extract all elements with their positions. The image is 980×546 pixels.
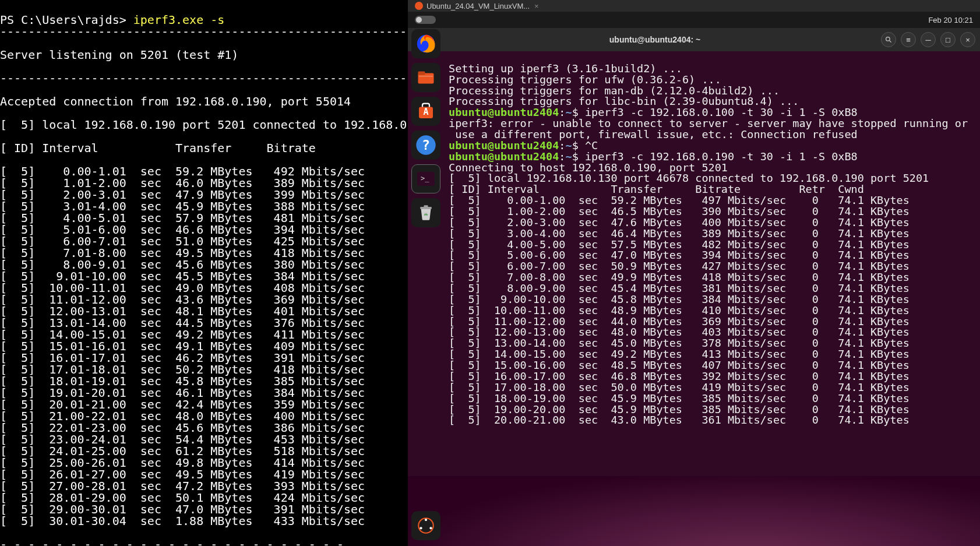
cmd2: iperf3 -c 192.168.0.190 -t 30 -i 1 -S 0x… [585, 150, 858, 163]
local-line: [ 5] local 192.168.0.190 port 5201 conne… [0, 119, 408, 131]
vm-tab-label: Ubuntu_24.04_VM_LinuxVM... [426, 2, 530, 10]
connecting-line: Connecting to host 192.168.0.190, port 5… [449, 161, 728, 174]
bash-prompt: ubuntu@ubuntu2404 [449, 150, 559, 163]
setup-line: Processing triggers for ufw (0.36.2-6) .… [449, 73, 721, 86]
files-icon[interactable] [411, 63, 440, 92]
ubuntu-vm-window: Ubuntu_24.04_VM_LinuxVM... × Feb 20 10:2… [408, 0, 980, 546]
powershell-window[interactable]: PS C:\Users\rajds> iperf3.exe -s -------… [0, 0, 408, 546]
terminal-header: ubuntu@ubuntu2404: ~ ≡ ─ □ × [408, 28, 980, 51]
bash-prompt: ubuntu@ubuntu2404 [449, 106, 559, 118]
svg-point-3 [886, 37, 890, 41]
trash-icon[interactable] [411, 198, 440, 227]
svg-rect-8 [419, 76, 433, 77]
activities-pill[interactable] [415, 16, 436, 24]
error-line: use a different port, firewall issue, et… [449, 128, 858, 140]
svg-point-20 [429, 527, 432, 529]
listen-line: Server listening on 5201 (test #1) [0, 49, 408, 61]
cmd1: iperf3 -c 192.168.0.100 -t 30 -i 1 -S 0x… [585, 106, 858, 118]
terminal-output[interactable]: Setting up iperf3 (3.16-1build2) ... Pro… [408, 51, 980, 546]
search-button[interactable] [881, 32, 896, 47]
ubuntu-icon [415, 2, 423, 10]
bash-prompt: ubuntu@ubuntu2404 [449, 139, 559, 152]
close-icon[interactable]: × [534, 2, 539, 10]
firefox-icon[interactable] [411, 29, 440, 58]
dash-line-2: ----------------------------------------… [0, 72, 408, 84]
desktop-background [408, 476, 980, 546]
show-apps-icon[interactable] [411, 511, 440, 540]
svg-point-18 [425, 519, 427, 521]
header-line: [ ID] Interval Transfer Bitrate Retr Cwn… [449, 183, 864, 195]
dash-line-1: ----------------------------------------… [0, 26, 408, 37]
ctrl-c: ^C [585, 139, 598, 152]
terminal-icon[interactable]: >_ [411, 164, 440, 193]
svg-rect-7 [418, 72, 425, 75]
iperf-rows: [ 5] 0.00-1.00 sec 59.2 MBytes 497 Mbits… [449, 194, 910, 426]
local-line: [ 5] local 192.168.10.130 port 46678 con… [449, 172, 929, 184]
ubuntu-dock: A ? >_ [411, 29, 444, 227]
gnome-topbar[interactable]: Feb 20 10:21 [408, 12, 980, 28]
iperf-rows: [ 5] 0.00-1.01 sec 59.2 MBytes 492 Mbits… [0, 165, 408, 527]
svg-text:A: A [423, 107, 428, 117]
accepted-line: Accepted connection from 192.168.0.190, … [0, 96, 408, 107]
setup-line: Processing triggers for libc-bin (2.39-0… [449, 95, 799, 107]
header-line: [ ID] Interval Transfer Bitrate [0, 142, 408, 154]
setup-line: Processing triggers for man-db (2.12.0-4… [449, 84, 780, 97]
svg-text:?: ? [422, 137, 430, 153]
svg-point-19 [420, 527, 422, 529]
svg-text:>_: >_ [421, 174, 429, 182]
terminal-title: ubuntu@ubuntu2404: ~ [433, 35, 876, 44]
error-line: iperf3: error - unable to connect to ser… [449, 117, 968, 129]
vm-tab[interactable]: Ubuntu_24.04_VM_LinuxVM... × [408, 0, 980, 12]
help-icon[interactable]: ? [411, 131, 440, 160]
clock[interactable]: Feb 20 10:21 [928, 16, 973, 24]
svg-line-4 [889, 40, 891, 42]
close-button[interactable]: × [960, 32, 975, 47]
menu-button[interactable]: ≡ [901, 32, 916, 47]
svg-rect-16 [424, 205, 428, 207]
software-icon[interactable]: A [411, 97, 440, 126]
minimize-button[interactable]: ─ [921, 32, 936, 47]
setup-line: Setting up iperf3 (3.16-1build2) ... [449, 62, 682, 75]
spaced-dashes: - - - - - - - - - - - - - - - - - - - - … [0, 538, 408, 546]
maximize-button[interactable]: □ [940, 32, 956, 47]
